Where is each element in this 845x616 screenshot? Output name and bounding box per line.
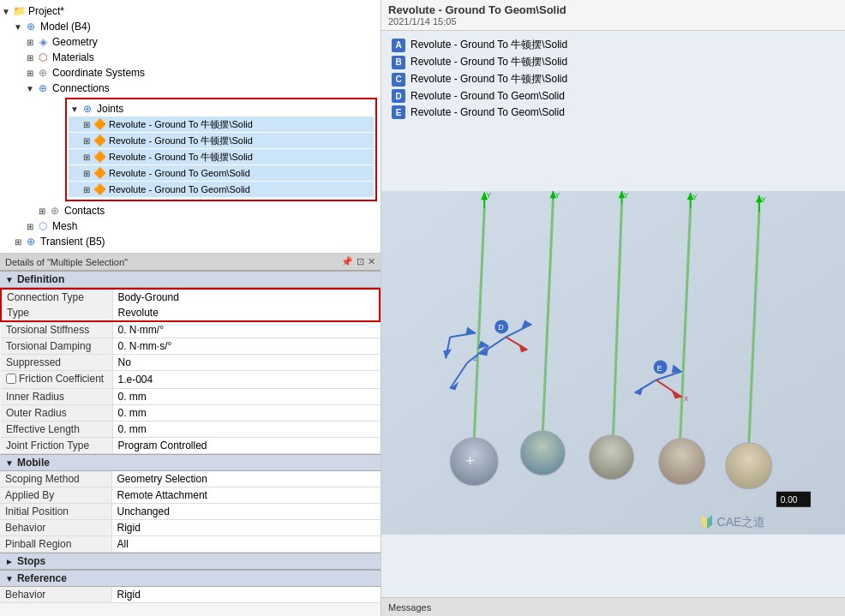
- tree-item-transient[interactable]: ⊞ ⊕ Transient (B5): [0, 234, 381, 249]
- behavior-value[interactable]: Rigid: [111, 520, 381, 536]
- joint-icon-2: 🔶: [93, 150, 106, 164]
- svg-point-49: [520, 431, 565, 475]
- legend-item-d: D Revolute - Ground To Geom\Solid: [392, 89, 835, 103]
- details-header: Details of "Multiple Selection" 📌 ⊡ ✕: [0, 254, 381, 271]
- viewport-3d[interactable]: Y Y Y Y Y: [381, 129, 845, 597]
- project-label: Project*: [28, 5, 64, 17]
- svg-rect-0: [381, 191, 845, 535]
- expand-joint-3[interactable]: ⊞: [81, 167, 93, 179]
- behavior-ref-value[interactable]: Rigid: [111, 587, 381, 603]
- tree-item-project[interactable]: ▼ 📁 Project*: [0, 3, 381, 19]
- connections-label: Connections: [52, 82, 110, 94]
- prop-row-connection-type: Connection Type Body-Ground: [1, 289, 380, 305]
- expand-geometry[interactable]: ⊞: [24, 36, 36, 48]
- tree-item-joints[interactable]: ▼ ⊕ Joints: [69, 101, 374, 117]
- tree-item-model[interactable]: ▼ ⊕ Model (B4): [0, 19, 381, 34]
- pinball-value[interactable]: All: [111, 536, 381, 553]
- legend-text-a: Revolute - Ground To 牛顿摆\Solid: [411, 38, 567, 52]
- joints-section: ▼ ⊕ Joints ⊞ 🔶 Revolute - Ground To 牛顿摆\…: [33, 98, 377, 201]
- expand-mesh[interactable]: ⊞: [24, 220, 36, 232]
- joint-item-2[interactable]: ⊞ 🔶 Revolute - Ground To 牛顿摆\Solid: [69, 149, 374, 164]
- joint-label-0: Revolute - Ground To 牛顿摆\Solid: [109, 118, 253, 131]
- expand-joint-4[interactable]: ⊞: [81, 183, 93, 195]
- scoping-value[interactable]: Geometry Selection: [111, 471, 381, 487]
- friction-checkbox[interactable]: [6, 374, 16, 384]
- expand-joints[interactable]: ▼: [69, 103, 81, 115]
- expand-contacts[interactable]: ⊞: [36, 205, 48, 217]
- joint-item-0[interactable]: ⊞ 🔶 Revolute - Ground To 牛顿摆\Solid: [69, 117, 374, 132]
- joints-red-box: ▼ ⊕ Joints ⊞ 🔶 Revolute - Ground To 牛顿摆\…: [65, 98, 377, 201]
- details-title: Details of "Multiple Selection": [5, 257, 128, 267]
- section-mobile-label: Mobile: [17, 457, 50, 469]
- legend-badge-d: D: [392, 89, 405, 103]
- joints-label: Joints: [97, 103, 123, 115]
- section-definition[interactable]: ▼ Definition: [0, 271, 381, 288]
- outer-radius-value[interactable]: 0. mm: [112, 405, 380, 422]
- tree-item-mesh[interactable]: ⊞ ⬡ Mesh: [0, 218, 381, 234]
- joint-friction-type-value[interactable]: Program Controlled: [112, 438, 380, 454]
- torsional-stiffness-value[interactable]: 0. N·mm/°: [112, 321, 380, 338]
- legend: A Revolute - Ground To 牛顿摆\Solid B Revol…: [381, 31, 845, 129]
- svg-text:Y: Y: [692, 193, 698, 201]
- svg-text:Y: Y: [486, 191, 491, 200]
- connection-type-value[interactable]: Body-Ground: [112, 289, 380, 305]
- tree-item-materials[interactable]: ⊞ ⬡ Materials: [0, 50, 381, 65]
- applied-by-value[interactable]: Remote Attachment: [111, 487, 381, 504]
- inner-radius-value[interactable]: 0. mm: [112, 389, 380, 405]
- svg-point-51: [659, 439, 705, 485]
- section-reference[interactable]: ▼ Reference: [0, 570, 381, 587]
- joint-icon-4: 🔶: [93, 182, 106, 196]
- friction-label: Friction Coefficient: [1, 371, 112, 389]
- right-panel: Revolute - Ground To Geom\Solid 2021/1/1…: [381, 0, 845, 616]
- svg-text:Y: Y: [761, 195, 766, 204]
- joint-item-3[interactable]: ⊞ 🔶 Revolute - Ground To Geom\Solid: [69, 165, 374, 181]
- torsional-damping-value[interactable]: 0. N·mm·s/°: [112, 338, 380, 355]
- svg-text:Y: Y: [624, 191, 629, 200]
- expand-project[interactable]: ▼: [0, 5, 12, 17]
- expand-joint-0[interactable]: ⊞: [81, 118, 93, 130]
- expand-joint-1[interactable]: ⊞: [81, 135, 93, 147]
- svg-text:🔰 CAE之道: 🔰 CAE之道: [699, 515, 766, 529]
- legend-badge-e: E: [392, 105, 405, 119]
- legend-badge-a: A: [392, 39, 405, 52]
- transient-icon: ⊕: [24, 235, 38, 248]
- section-stops[interactable]: ► Stops: [0, 553, 381, 570]
- section-mobile[interactable]: ▼ Mobile: [0, 454, 381, 471]
- expand-model[interactable]: ▼: [12, 21, 24, 33]
- prop-row-torsional-stiffness: Torsional Stiffness 0. N·mm/°: [1, 321, 380, 338]
- expand-coord[interactable]: ⊞: [24, 67, 36, 79]
- view-header: Revolute - Ground To Geom\Solid 2021/1/1…: [381, 0, 845, 31]
- legend-badge-c: C: [392, 73, 405, 87]
- suppressed-value[interactable]: No: [112, 355, 380, 371]
- expand-connections[interactable]: ▼: [24, 82, 36, 94]
- scene-svg: Y Y Y Y Y: [381, 129, 845, 597]
- tree-item-geometry[interactable]: ⊞ ◈ Geometry: [0, 34, 381, 50]
- joint-item-4[interactable]: ⊞ 🔶 Revolute - Ground To Geom\Solid: [69, 182, 374, 197]
- effective-length-value[interactable]: 0. mm: [112, 422, 380, 438]
- friction-value[interactable]: 1.e-004: [112, 371, 380, 389]
- joint-icon-3: 🔶: [93, 166, 106, 180]
- close-btn[interactable]: ✕: [368, 256, 375, 267]
- legend-text-e: Revolute - Ground To Geom\Solid: [411, 106, 565, 118]
- expand-materials[interactable]: ⊞: [24, 51, 36, 63]
- mesh-label: Mesh: [52, 220, 77, 232]
- behavior-label: Behavior: [0, 520, 111, 536]
- initial-position-value[interactable]: Unchanged: [111, 504, 381, 520]
- expand-joint-2[interactable]: ⊞: [81, 151, 93, 163]
- joints-icon: ⊕: [81, 102, 94, 116]
- section-definition-label: Definition: [17, 273, 64, 285]
- resize-btn[interactable]: ⊡: [357, 256, 364, 267]
- geometry-label: Geometry: [52, 36, 98, 48]
- joint-item-1[interactable]: ⊞ 🔶 Revolute - Ground To 牛顿摆\Solid: [69, 133, 374, 148]
- prop-row-pinball: Pinball Region All: [0, 536, 381, 553]
- pin-btn[interactable]: 📌: [341, 256, 353, 267]
- transient-label: Transient (B5): [40, 236, 105, 248]
- legend-badge-b: B: [392, 56, 405, 69]
- svg-text:X: X: [684, 395, 689, 403]
- type-label: Type: [1, 305, 112, 321]
- tree-item-contacts[interactable]: ⊞ ⊕ Contacts: [0, 203, 381, 218]
- expand-transient[interactable]: ⊞: [12, 236, 24, 248]
- type-value[interactable]: Revolute: [112, 305, 380, 321]
- tree-item-coordsystems[interactable]: ⊞ ⊕ Coordinate Systems: [0, 65, 381, 81]
- tree-item-connections[interactable]: ▼ ⊕ Connections: [0, 81, 381, 96]
